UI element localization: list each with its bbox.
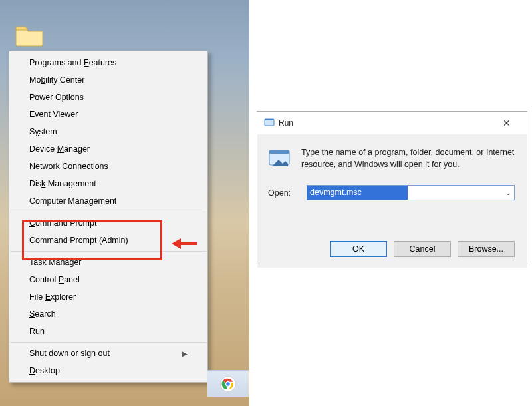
- menu-separator: [10, 251, 207, 252]
- menu-separator: [10, 212, 207, 212]
- taskbar: [207, 370, 249, 397]
- folder-icon[interactable]: [15, 23, 44, 47]
- menu-task-manager[interactable]: Task Manager: [9, 254, 207, 271]
- run-window-icon: [264, 117, 275, 130]
- menu-search[interactable]: Search: [9, 305, 207, 323]
- browse-button[interactable]: Browse...: [458, 241, 515, 257]
- svg-rect-8: [269, 150, 289, 154]
- winx-menu: Programs and Features Mobility Center Po…: [9, 51, 208, 383]
- menu-programs-features[interactable]: Programs and Features: [9, 54, 207, 71]
- cancel-button[interactable]: Cancel: [394, 241, 451, 257]
- menu-control-panel[interactable]: Control Panel: [9, 271, 207, 288]
- run-description: Type the name of a program, folder, docu…: [301, 146, 515, 170]
- chrome-icon[interactable]: [220, 376, 236, 392]
- menu-command-prompt[interactable]: Command Prompt: [9, 214, 207, 232]
- menu-system[interactable]: System: [9, 123, 207, 140]
- menu-run[interactable]: Run: [9, 323, 207, 340]
- run-program-icon: [268, 146, 292, 170]
- menu-power-options[interactable]: Power Options: [9, 89, 207, 106]
- close-button[interactable]: ✕: [493, 114, 520, 132]
- menu-event-viewer[interactable]: Event Viewer: [9, 106, 207, 123]
- menu-separator: [10, 342, 207, 343]
- menu-disk-management[interactable]: Disk Management: [9, 175, 207, 192]
- menu-file-explorer[interactable]: File Explorer: [9, 288, 207, 305]
- ok-button[interactable]: OK: [330, 241, 387, 257]
- svg-rect-6: [265, 119, 274, 120]
- menu-device-manager[interactable]: Device Manager: [9, 140, 207, 158]
- menu-computer-management[interactable]: Computer Management: [9, 192, 207, 210]
- open-label: Open:: [268, 188, 307, 198]
- menu-shutdown-signout[interactable]: Shut down or sign out▶: [9, 345, 207, 362]
- run-titlebar[interactable]: Run ✕: [257, 112, 527, 134]
- open-combobox[interactable]: devmgmt.msc ⌄: [307, 185, 515, 200]
- run-title-text: Run: [279, 118, 293, 128]
- menu-desktop[interactable]: Desktop: [9, 362, 207, 379]
- chevron-down-icon[interactable]: ⌄: [502, 186, 514, 200]
- menu-command-prompt-admin[interactable]: Command Prompt (Admin): [9, 232, 207, 249]
- menu-mobility-center[interactable]: Mobility Center: [9, 71, 207, 89]
- menu-network-connections[interactable]: Network Connections: [9, 158, 207, 175]
- run-dialog: Run ✕ Type the name of a program, folder…: [257, 111, 527, 264]
- submenu-arrow-icon: ▶: [182, 350, 188, 357]
- open-input[interactable]: devmgmt.msc: [307, 186, 408, 200]
